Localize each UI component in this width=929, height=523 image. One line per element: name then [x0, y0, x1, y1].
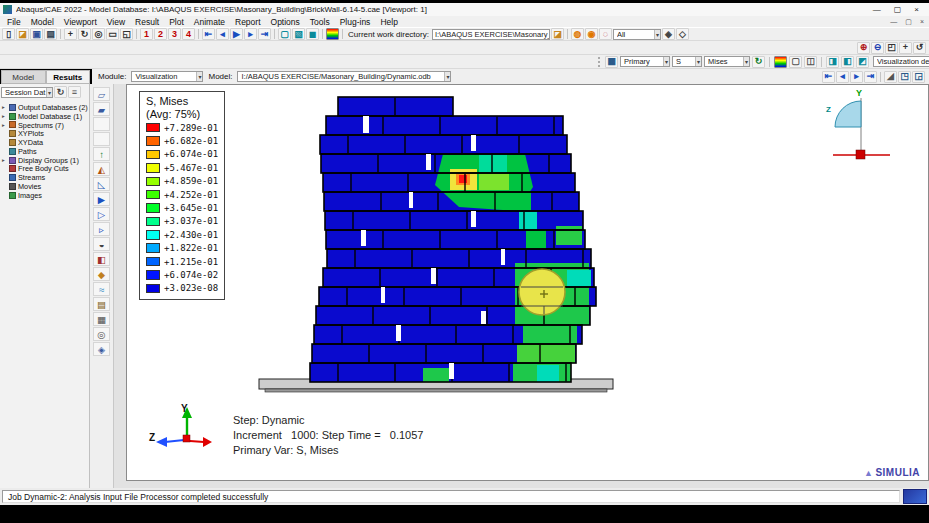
viewport-4-button[interactable]: 4 [182, 28, 195, 40]
pan-view-icon[interactable]: + [64, 28, 77, 40]
viewport-2-button[interactable]: 2 [154, 28, 167, 40]
contour-options-tool-icon[interactable] [93, 132, 110, 146]
field-report-icon[interactable]: ▦ [93, 312, 110, 326]
contour-options-icon[interactable] [774, 56, 787, 68]
mirror-pattern-icon[interactable]: ◨ [826, 56, 839, 68]
box-zoom-icon[interactable]: ▭ [106, 28, 119, 40]
tree-item-paths[interactable]: Paths [2, 147, 89, 156]
menu-help[interactable]: Help [375, 17, 402, 27]
field-output-component-select[interactable]: Mises [704, 56, 750, 67]
magnify-view-icon[interactable]: ◎ [92, 28, 105, 40]
field-output-position-select-arrow[interactable] [663, 57, 669, 66]
view-cut-manager-icon[interactable]: ◧ [93, 252, 110, 266]
pan-small-icon[interactable]: + [899, 42, 912, 54]
probe-values-icon[interactable]: ◎ [93, 327, 110, 341]
menu-options[interactable]: Options [266, 17, 305, 27]
open-database-icon[interactable]: ◪ [16, 28, 29, 40]
visualization-defaults-select[interactable]: Visualization defaults [873, 56, 929, 67]
module-select-arrow[interactable] [196, 72, 202, 81]
plot-deformed-icon[interactable]: ▰ [93, 102, 110, 116]
model-select[interactable]: I:/ABAQUS EXERCISE/Masonary_Building/Dyn… [237, 71, 451, 82]
field-output-component-select-arrow[interactable] [743, 57, 749, 66]
hidden-line-render-icon[interactable]: ▧ [292, 28, 305, 40]
session-data-select[interactable]: Session Dat [1, 87, 53, 98]
menu-model[interactable]: Model [26, 17, 59, 27]
child-restore-button[interactable]: ▢ [905, 18, 912, 26]
tree-item-spectrums-7[interactable]: ▸Spectrums (7) [2, 121, 89, 130]
next-frame-button[interactable]: ▸ [850, 71, 863, 83]
animate-scale-factor-icon[interactable]: ▷ [93, 207, 110, 221]
model-select-arrow[interactable] [444, 72, 450, 81]
menu-result[interactable]: Result [130, 17, 164, 27]
field-output-position-select[interactable]: Primary [620, 56, 670, 67]
tree-item-images[interactable]: Images [2, 191, 89, 200]
previous-image-icon[interactable]: ◂ [216, 28, 229, 40]
expander-icon[interactable]: ▸ [2, 104, 7, 110]
rotate-view-icon[interactable]: ↻ [78, 28, 91, 40]
first-image-icon[interactable]: ⇤ [202, 28, 215, 40]
toolbar-grip[interactable] [598, 57, 601, 67]
plot-undeformed-icon[interactable]: ▱ [93, 87, 110, 101]
create-field-output-icon[interactable]: ◈ [93, 342, 110, 356]
superimpose-options-icon[interactable]: ◫ [804, 56, 817, 68]
tree-item-model-database-1[interactable]: ▸Model Database (1) [2, 112, 89, 121]
selection-filter-select-arrow[interactable] [654, 30, 660, 39]
maximize-button[interactable]: ▢ [894, 5, 902, 14]
menu-plot[interactable]: Plot [164, 17, 189, 27]
module-select[interactable]: Visualization [131, 71, 203, 82]
brick-wall[interactable] [310, 97, 596, 382]
expander-icon[interactable]: ▸ [2, 157, 7, 163]
new-model-icon[interactable]: ▯ [2, 28, 15, 40]
close-button[interactable]: × [914, 5, 919, 14]
material-orientation-icon[interactable]: ◭ [93, 162, 110, 176]
refresh-field-icon[interactable]: ↻ [752, 56, 765, 68]
last-frame-button[interactable]: ⇥ [864, 71, 877, 83]
session-select-arrow[interactable] [46, 88, 52, 97]
zoom-in-icon[interactable]: ⊕ [857, 42, 870, 54]
tab-results[interactable]: Results [46, 70, 91, 84]
create-display-group-icon[interactable]: ◍ [571, 28, 584, 40]
sweep-extrude-icon[interactable]: ◩ [856, 56, 869, 68]
animate-harmonic-icon[interactable]: ▹ [93, 222, 110, 236]
stream-plot-icon[interactable]: ≈ [93, 282, 110, 296]
xy-data-icon[interactable]: ◺ [93, 177, 110, 191]
viewport-3-button[interactable]: 3 [168, 28, 181, 40]
tab-model[interactable]: Model [1, 70, 46, 84]
menu-file[interactable]: File [2, 17, 26, 27]
plot-symbols-icon[interactable]: ↑ [93, 147, 110, 161]
common-options-icon[interactable]: ▢ [789, 56, 802, 68]
print-icon[interactable]: ▤ [44, 28, 57, 40]
menu-tools[interactable]: Tools [305, 17, 335, 27]
viewport-tile-icon[interactable]: ◲ [912, 71, 925, 83]
remove-display-group-icon[interactable]: ◌ [599, 28, 612, 40]
field-output-variable-select-arrow[interactable] [695, 57, 701, 66]
viewport-1-button[interactable]: 1 [140, 28, 153, 40]
free-body-cut-icon[interactable]: ◆ [93, 267, 110, 281]
child-minimize-button[interactable]: — [890, 18, 897, 26]
contour-shortcut-icon[interactable] [326, 28, 339, 40]
play-animation-icon[interactable]: ▶ [230, 28, 243, 40]
menu-report[interactable]: Report [230, 17, 266, 27]
box-zoom-small-icon[interactable]: ◰ [885, 42, 898, 54]
menu-plug-ins[interactable]: Plug-ins [335, 17, 376, 27]
edit-display-group-icon[interactable]: ◉ [585, 28, 598, 40]
title-bar[interactable]: Abaqus/CAE 2022 - Model Database: I:\ABA… [0, 3, 929, 16]
child-close-button[interactable]: × [920, 18, 924, 26]
reset-view-icon[interactable]: ↺ [913, 42, 926, 54]
probe-tool-icon[interactable]: ◢ [884, 71, 897, 83]
plot-contours-icon[interactable] [93, 117, 110, 131]
tree-options-icon[interactable]: ≡ [68, 86, 81, 98]
animate-time-history-icon[interactable]: ▶ [93, 192, 110, 206]
viewport-window-icon[interactable]: ◳ [898, 71, 911, 83]
view-cut-toggle-icon[interactable]: ◧ [841, 56, 854, 68]
next-image-icon[interactable]: ▸ [244, 28, 257, 40]
tree-item-xydata[interactable]: XYData [2, 138, 89, 147]
fit-view-icon[interactable]: ◱ [120, 28, 133, 40]
tree-item-movies[interactable]: Movies [2, 182, 89, 191]
tree-refresh-icon[interactable]: ↻ [54, 86, 67, 98]
frame-selector-icon[interactable]: ▦ [605, 56, 618, 68]
tree-item-display-groups-1[interactable]: ▸Display Groups (1) [2, 156, 89, 165]
field-output-variable-select[interactable]: S [672, 56, 702, 67]
first-frame-button[interactable]: ⇤ [822, 71, 835, 83]
viewport-canvas[interactable]: YZYZ S, Mises (Avg: 75%) +7.289e-01+6.68… [126, 84, 929, 481]
